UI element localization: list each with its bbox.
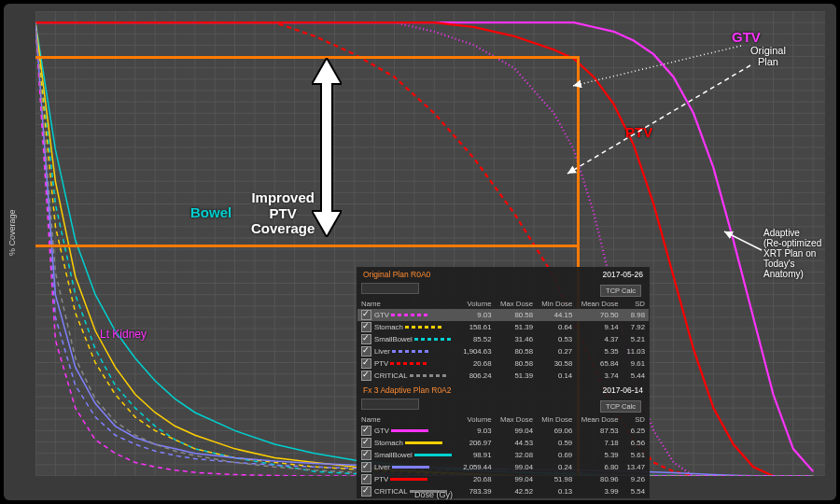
tcp-calc-button-a[interactable]: TCP Calc — [600, 285, 641, 297]
label-adaptive: Adaptive (Re-optimized XRT Plan on Today… — [763, 228, 821, 279]
table-row[interactable]: GTV9.0380.5844.1570.508.98 — [357, 309, 649, 321]
plan-b-title: Fx 3 Adaptive Plan R0A2 — [363, 385, 452, 395]
checkbox-icon[interactable] — [361, 486, 371, 497]
checkbox-icon[interactable] — [361, 426, 371, 436]
guide-top — [35, 56, 580, 59]
checkbox-icon[interactable] — [361, 371, 371, 381]
label-improved: Improved PTV Coverage — [251, 190, 315, 237]
y-axis-label: % Coverage — [7, 209, 17, 256]
stats-table-a: NameVolumeMax DoseMin DoseMean DoseSDGTV… — [357, 299, 649, 382]
label-bowel: Bowel — [190, 205, 231, 221]
dropdown-b[interactable] — [361, 399, 419, 410]
table-row[interactable]: GTV9.0399.0469.0687.536.25 — [357, 425, 649, 437]
coverage-arrow — [312, 58, 342, 237]
table-row[interactable]: Stomach158.6151.390.649.147.92 — [357, 321, 649, 333]
dropdown-a[interactable] — [361, 283, 419, 294]
checkbox-icon[interactable] — [361, 322, 371, 332]
x-axis-label: Dose (Gy) — [414, 491, 453, 500]
guide-bottom — [35, 245, 580, 247]
checkbox-icon[interactable] — [361, 438, 371, 448]
stats-panel: Original Plan R0A02017-05-26 TCP Calc Na… — [357, 267, 650, 498]
checkbox-icon[interactable] — [361, 462, 371, 472]
checkbox-icon[interactable] — [361, 358, 371, 369]
table-row[interactable]: SmallBowel98.9132.080.695.395.61 — [357, 449, 649, 461]
checkbox-icon[interactable] — [361, 450, 371, 460]
table-row[interactable]: PTV20.6880.5830.5865.849.61 — [357, 357, 649, 370]
plan-a-title: Original Plan R0A0 — [363, 270, 430, 279]
table-row[interactable]: Stomach206.9744.530.597.186.56 — [357, 437, 649, 449]
checkbox-icon[interactable] — [361, 334, 371, 344]
label-kidney: Lt Kidney — [100, 329, 147, 341]
tcp-calc-button-b[interactable]: TCP Calc — [600, 400, 641, 413]
table-row[interactable]: CRITICAL806.2451.390.143.745.44 — [357, 370, 649, 382]
checkbox-icon[interactable] — [361, 346, 371, 357]
plan-b-date: 2017-06-14 — [603, 385, 643, 395]
stats-table-b: NameVolumeMax DoseMin DoseMean DoseSDGTV… — [357, 414, 649, 497]
checkbox-icon[interactable] — [361, 310, 371, 320]
table-row[interactable]: Liver1,904.6380.580.275.3511.03 — [357, 345, 649, 357]
table-row[interactable]: Liver2,059.4499.040.246.8013.47 — [357, 461, 649, 473]
label-original-plan: Original Plan — [750, 45, 786, 67]
label-gtv: GTV — [732, 30, 761, 46]
label-ptv: PTV — [625, 125, 652, 141]
table-row[interactable]: CRITICAL783.3942.520.133.995.54 — [357, 485, 649, 497]
table-row[interactable]: SmallBowel85.5231.460.534.375.21 — [357, 333, 649, 345]
plan-a-date: 2017-05-26 — [603, 270, 643, 279]
checkbox-icon[interactable] — [361, 474, 371, 484]
table-row[interactable]: PTV20.6899.0451.9880.969.26 — [357, 473, 649, 485]
